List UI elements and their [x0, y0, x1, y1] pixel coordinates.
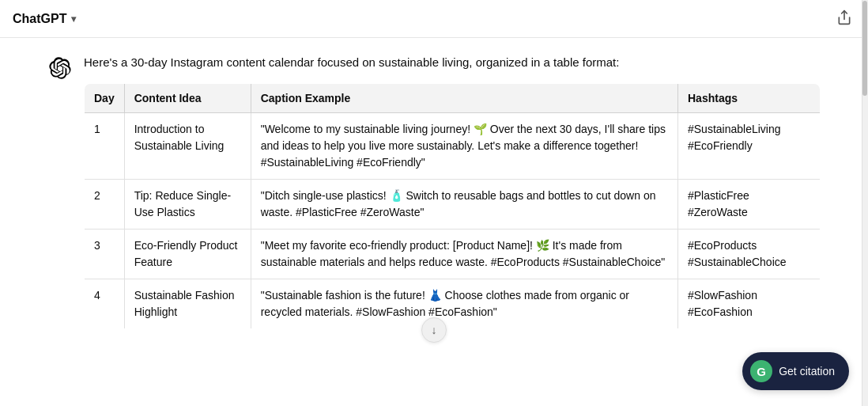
message-body: Here's a 30-day Instagram content calend…	[84, 54, 821, 329]
col-header-idea: Content Idea	[124, 83, 251, 112]
col-header-caption: Caption Example	[251, 83, 677, 112]
chevron-down-icon: ▾	[71, 13, 76, 25]
table-row: 1Introduction to Sustainable Living"Welc…	[85, 112, 821, 179]
cell-caption-1: "Ditch single-use plastics! 🧴 Switch to …	[251, 179, 677, 229]
cell-idea-0: Introduction to Sustainable Living	[124, 112, 251, 179]
get-citation-button[interactable]: G Get citation	[742, 352, 849, 390]
citation-g-icon: G	[750, 360, 772, 382]
cell-day-2: 3	[85, 229, 125, 279]
scrollbar[interactable]	[862, 0, 868, 406]
intro-text: Here's a 30-day Instagram content calend…	[84, 54, 821, 72]
cell-hashtags-0: #SustainableLiving#EcoFriendly	[678, 112, 821, 179]
cell-day-3: 4	[85, 279, 125, 328]
col-header-day: Day	[85, 83, 125, 112]
cell-hashtags-2: #EcoProducts#SustainableChoice	[678, 229, 821, 279]
table-row: 2Tip: Reduce Single-Use Plastics"Ditch s…	[85, 179, 821, 229]
cell-hashtags-1: #PlasticFree#ZeroWaste	[678, 179, 821, 229]
cell-caption-3: "Sustainable fashion is the future! 👗 Ch…	[251, 279, 677, 328]
chatgpt-logo[interactable]: ChatGPT ▾	[13, 12, 76, 26]
chatgpt-title: ChatGPT	[13, 12, 66, 26]
top-bar: ChatGPT ▾	[0, 0, 868, 38]
main-content: Here's a 30-day Instagram content calend…	[0, 38, 868, 406]
scrollbar-thumb[interactable]	[862, 1, 867, 96]
share-button[interactable]	[836, 9, 852, 28]
cell-idea-3: Sustainable Fashion Highlight	[124, 279, 251, 328]
col-header-hashtags: Hashtags	[678, 83, 821, 112]
table-row: 3Eco-Friendly Product Feature"Meet my fa…	[85, 229, 821, 279]
cell-caption-2: "Meet my favorite eco-friendly product: …	[251, 229, 677, 279]
cell-caption-0: "Welcome to my sustainable living journe…	[251, 112, 677, 179]
cell-hashtags-3: #SlowFashion#EcoFashion	[678, 279, 821, 328]
table-header-row: Day Content Idea Caption Example Hashtag…	[85, 83, 821, 112]
cell-idea-1: Tip: Reduce Single-Use Plastics	[124, 179, 251, 229]
scroll-down-button[interactable]: ↓	[421, 317, 447, 343]
content-table: Day Content Idea Caption Example Hashtag…	[84, 83, 821, 329]
cell-day-0: 1	[85, 112, 125, 179]
cell-day-1: 2	[85, 179, 125, 229]
cell-idea-2: Eco-Friendly Product Feature	[124, 229, 251, 279]
table-row: 4Sustainable Fashion Highlight"Sustainab…	[85, 279, 821, 328]
citation-label: Get citation	[779, 365, 835, 378]
gpt-avatar	[47, 55, 73, 81]
message-row: Here's a 30-day Instagram content calend…	[47, 54, 821, 329]
scroll-down-icon: ↓	[432, 324, 437, 336]
